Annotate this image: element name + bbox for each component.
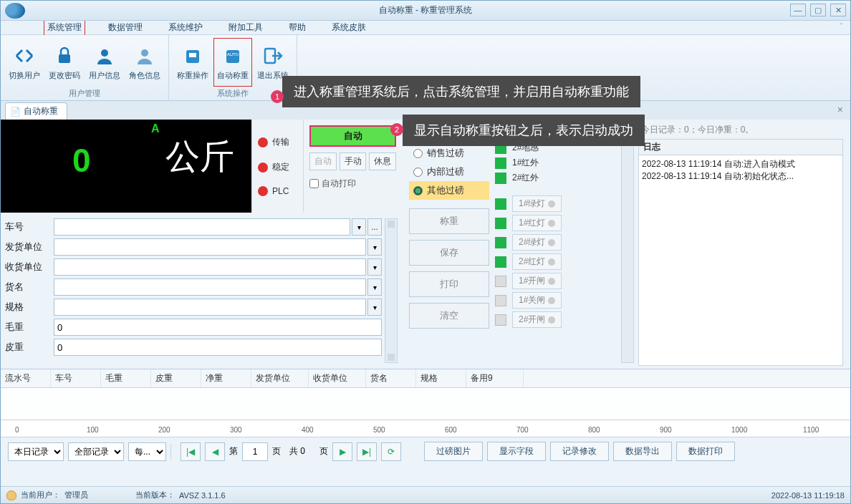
sensor-button-2#红灯[interactable]: 2#红灯 xyxy=(512,253,562,270)
sensor-button-1#关闸[interactable]: 1#关闸 xyxy=(512,292,562,309)
radio-内部过磅[interactable]: 内部过磅 xyxy=(409,163,489,181)
form-input-车号[interactable] xyxy=(54,218,350,236)
menu-help[interactable]: 帮助 xyxy=(286,20,309,35)
change-password-button[interactable]: 更改密码 xyxy=(45,38,84,87)
status-plc: PLC xyxy=(252,186,303,196)
mode-auto-button[interactable]: 自动 xyxy=(309,152,337,170)
status-transfer: 传输 xyxy=(252,136,303,148)
sensor-button-2#开闸[interactable]: 2#开闸 xyxy=(512,311,562,328)
radio-其他过磅[interactable]: 其他过磅 xyxy=(409,181,489,200)
menu-data-manage[interactable]: 数据管理 xyxy=(105,20,145,35)
mini-dot-icon xyxy=(548,297,555,304)
pager-edit-button[interactable]: 记录修改 xyxy=(550,442,609,461)
th-备用9[interactable]: 备用9 xyxy=(466,369,524,387)
auto-weigh-icon: AUTO xyxy=(221,44,244,67)
pager-fields-button[interactable]: 显示字段 xyxy=(487,442,546,461)
pager-pagesize-select[interactable]: 每... xyxy=(128,442,166,461)
sensor-btn-row: 1#绿灯 xyxy=(495,195,614,212)
th-毛重[interactable]: 毛重 xyxy=(101,369,151,387)
form-input-规格[interactable] xyxy=(54,299,366,316)
th-规格[interactable]: 规格 xyxy=(416,369,466,387)
role-info-button[interactable]: 角色信息 xyxy=(125,38,164,87)
mode-rest-button[interactable]: 休息 xyxy=(369,152,396,170)
mid-scrollbar[interactable] xyxy=(621,125,634,363)
form-scrollbar[interactable] xyxy=(385,218,398,363)
user-info-button[interactable]: 用户信息 xyxy=(85,38,124,87)
tab-close-button[interactable]: × xyxy=(837,104,843,115)
ruler: 010020030040050060070080090010001100 xyxy=(1,420,850,437)
sensor-2#红外: 2#红外 xyxy=(495,172,614,184)
ribbon-collapse-icon[interactable]: ˇ xyxy=(837,21,845,32)
switch-user-button[interactable]: 切换用户 xyxy=(5,38,44,87)
form-label: 发货单位 xyxy=(5,241,54,253)
form-input-皮重[interactable] xyxy=(54,339,382,356)
th-皮重[interactable]: 皮重 xyxy=(151,369,201,387)
close-button[interactable]: ✕ xyxy=(830,4,846,16)
pager-filter-select[interactable]: 全部记录 xyxy=(68,442,124,461)
callout-2: 显示自动称重按钮之后，表示启动成功 xyxy=(403,115,645,146)
sensor-button-1#开闸[interactable]: 1#开闸 xyxy=(512,273,562,289)
pager-prev-button[interactable]: ◀ xyxy=(205,442,225,461)
pager-last-button[interactable]: ▶| xyxy=(357,442,377,461)
dropdown-button[interactable]: ▾ xyxy=(367,299,382,316)
menu-system-manage[interactable]: 系统管理 xyxy=(44,19,85,36)
form-input-发货单位[interactable] xyxy=(54,238,366,256)
pager: 本日记录 全部记录 每... |◀ ◀ 第 页 共 0 页 ▶ ▶| ⟳ 过磅图… xyxy=(1,437,850,465)
dropdown-button[interactable]: ▾ xyxy=(367,278,382,296)
form-input-货名[interactable] xyxy=(54,278,366,296)
weigh-operate-button[interactable]: 称重操作 xyxy=(173,38,212,87)
weight-display: A 0 公斤 xyxy=(1,120,251,213)
sensor-button-1#红灯[interactable]: 1#红灯 xyxy=(512,215,562,231)
action-称重[interactable]: 称重 xyxy=(409,208,489,234)
sensor-btn-row: 1#关闸 xyxy=(495,292,614,309)
minimize-button[interactable]: — xyxy=(790,4,806,16)
dot-icon xyxy=(258,186,268,196)
pager-image-button[interactable]: 过磅图片 xyxy=(424,442,483,461)
th-货名[interactable]: 货名 xyxy=(366,369,416,387)
action-打印[interactable]: 打印 xyxy=(409,271,489,297)
sensor-button-2#绿灯[interactable]: 2#绿灯 xyxy=(512,234,562,251)
th-车号[interactable]: 车号 xyxy=(51,369,101,387)
sensor-indicator-icon xyxy=(495,237,506,248)
pager-page-input[interactable] xyxy=(242,442,268,461)
auto-weigh-button[interactable]: AUTO自动称重 xyxy=(213,38,252,87)
th-流水号[interactable]: 流水号 xyxy=(1,369,51,387)
maximize-button[interactable]: ▢ xyxy=(810,4,826,16)
action-保存[interactable]: 保存 xyxy=(409,240,489,266)
pager-print-button[interactable]: 数据打印 xyxy=(676,442,735,461)
sensor-indicator-icon xyxy=(495,198,506,210)
tab-doc-icon: 📄 xyxy=(10,107,21,117)
th-发货单位[interactable]: 发货单位 xyxy=(251,369,309,387)
titlebar: 自动称重 - 称重管理系统 — ▢ ✕ xyxy=(1,1,850,21)
dropdown-button[interactable]: ▾ xyxy=(352,218,366,236)
sensor-1#红外: 1#红外 xyxy=(495,157,614,169)
pager-first-button[interactable]: |◀ xyxy=(181,442,201,461)
pager-export-button[interactable]: 数据导出 xyxy=(613,442,672,461)
dropdown-button[interactable]: ▾ xyxy=(367,238,382,256)
pager-next-button[interactable]: ▶ xyxy=(332,442,352,461)
mode-manual-button[interactable]: 手动 xyxy=(340,152,367,170)
th-收货单位[interactable]: 收货单位 xyxy=(309,369,366,387)
callout-badge-1: 1 xyxy=(271,90,284,103)
content-area: A 0 公斤 传输 稳定 PLC 自动 自动 手动 休息 xyxy=(1,120,850,486)
menu-system-maintain[interactable]: 系统维护 xyxy=(165,20,206,35)
menu-skin[interactable]: 系统皮肤 xyxy=(329,20,369,35)
tab-auto-weigh[interactable]: 📄 自动称重 xyxy=(5,102,67,120)
status-column: 传输 稳定 PLC xyxy=(251,120,303,213)
form-input-毛重[interactable] xyxy=(54,319,382,336)
autoprint-checkbox[interactable]: 自动打印 xyxy=(309,178,396,190)
mini-dot-icon xyxy=(548,239,555,246)
form-input-收货单位[interactable] xyxy=(54,258,366,276)
action-清空[interactable]: 清空 xyxy=(409,303,489,329)
log-line: 2022-08-13 11:19:14 自动:初始化状态... xyxy=(642,170,840,183)
more-button[interactable]: … xyxy=(367,218,382,236)
form-grid: 车号▾…发货单位▾收货单位▾货名▾规格▾毛重皮重 xyxy=(5,218,382,363)
sensor-button-1#绿灯[interactable]: 1#绿灯 xyxy=(512,195,562,212)
mode-column: 自动 自动 手动 休息 自动打印 xyxy=(303,120,402,213)
pager-date-select[interactable]: 本日记录 xyxy=(8,442,64,461)
menu-addon-tools[interactable]: 附加工具 xyxy=(226,20,266,35)
pager-refresh-button[interactable]: ⟳ xyxy=(381,442,401,461)
radio-销售过磅[interactable]: 销售过磅 xyxy=(409,144,489,163)
th-净重[interactable]: 净重 xyxy=(201,369,251,387)
dropdown-button[interactable]: ▾ xyxy=(367,258,382,276)
